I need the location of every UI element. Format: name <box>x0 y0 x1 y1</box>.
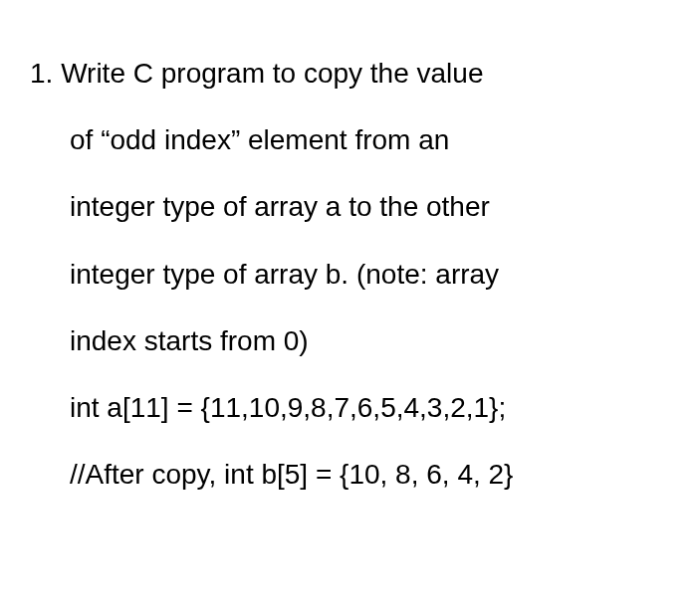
question-first-line: 1. Write C program to copy the value <box>30 40 657 106</box>
code-line-array-b: //After copy, int b[5] = {10, 8, 6, 4, 2… <box>30 441 657 508</box>
question-line-4: integer type of array b. (note: array <box>30 241 657 308</box>
question-line-5: index starts from 0) <box>30 308 657 374</box>
question-line-1: Write C program to copy the value <box>61 58 483 89</box>
question-line-2: of “odd index” element from an <box>30 106 657 173</box>
question-line-3: integer type of array a to the other <box>30 173 657 240</box>
code-line-array-a: int a[11] = {11,10,9,8,7,6,5,4,3,2,1}; <box>30 374 657 441</box>
question-number: 1. <box>30 58 53 89</box>
question-block: 1. Write C program to copy the value of … <box>30 40 657 508</box>
